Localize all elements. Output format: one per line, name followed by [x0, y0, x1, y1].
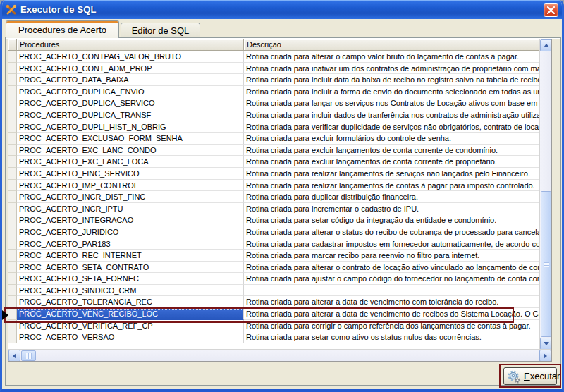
- procedure-description-cell[interactable]: Rotina criada para lançar os serviços no…: [244, 97, 539, 109]
- row-indicator-cell: [8, 262, 17, 274]
- procedure-name-cell[interactable]: PROC_ACERTO_JURIDICO: [17, 226, 244, 238]
- procedure-name-cell[interactable]: PROC_ACERTO_VERIFICA_REF_CP: [17, 320, 244, 332]
- procedure-name-cell[interactable]: PROC_ACERTO_DUPLICA_TRANSF: [17, 109, 244, 121]
- table-row[interactable]: PROC_ACERTO_PAR183Rotina criada para cad…: [8, 238, 539, 250]
- procedure-description-cell[interactable]: Rotina criada para excluir formulários d…: [244, 133, 539, 145]
- horizontal-scrollbar[interactable]: [8, 349, 551, 361]
- grid-body: PROC_ACERTO_CONTPAG_VALOR_BRUTORotina cr…: [8, 51, 539, 343]
- table-row[interactable]: PROC_ACERTO_CONT_ADM_PROPRotina criada p…: [8, 63, 539, 75]
- procedure-name-cell[interactable]: PROC_ACERTO_FINC_SERVICO: [17, 168, 244, 180]
- procedure-name-cell[interactable]: PROC_ACERTO_REC_INTERNET: [17, 250, 244, 262]
- procedure-name-cell[interactable]: PROC_ACERTO_INTEGRACAO: [17, 214, 244, 226]
- scroll-right-button[interactable]: [539, 350, 551, 362]
- table-row[interactable]: PROC_ACERTO_DUPLICA_ENVIORotina criada p…: [8, 86, 539, 98]
- row-indicator-cell: [8, 203, 17, 215]
- procedure-description-cell[interactable]: Rotina criada para incluir data da baixa…: [244, 74, 539, 86]
- procedure-name-cell[interactable]: PROC_ACERTO_DUPLICA_SERVICO: [17, 97, 244, 109]
- procedure-name-cell[interactable]: PROC_ACERTO_EXC_LANC_CONDO: [17, 145, 244, 157]
- procedure-name-cell[interactable]: PROC_ACERTO_CONT_ADM_PROP: [17, 63, 244, 75]
- procedure-description-cell[interactable]: Rotina criada para setar código da integ…: [244, 214, 539, 226]
- procedure-description-cell[interactable]: Rotina criada para incluir a forma de en…: [244, 86, 539, 98]
- procedure-description-cell[interactable]: Rotina criada para verificar duplicidade…: [244, 121, 539, 133]
- row-indicator-cell: [8, 145, 17, 157]
- procedure-name-cell[interactable]: PROC_ACERTO_VENC_RECIBO_LOC: [17, 308, 244, 320]
- table-row[interactable]: PROC_ACERTO_SINDICO_CRM: [8, 285, 539, 297]
- procedure-description-cell[interactable]: Rotina criada para excluir lançamentos d…: [244, 145, 539, 157]
- procedure-name-cell[interactable]: PROC_ACERTO_EXC_LANC_LOCA: [17, 156, 244, 168]
- procedure-description-cell[interactable]: Rotina criada para excluir lançamentos d…: [244, 156, 539, 168]
- table-row[interactable]: PROC_ACERTO_DUPLI_HIST_N_OBRIGRotina cri…: [8, 121, 539, 133]
- procedure-description-cell[interactable]: Rotina criada para duplicar distribuição…: [244, 191, 539, 203]
- table-row[interactable]: PROC_ACERTO_EXC_LANC_CONDORotina criada …: [8, 145, 539, 157]
- table-row[interactable]: PROC_ACERTO_JURIDICORotina criada para a…: [8, 226, 539, 238]
- table-row[interactable]: PROC_ACERTO_VERSAORotina criada para set…: [8, 331, 539, 343]
- scroll-up-button[interactable]: [540, 39, 552, 51]
- procedure-name-cell[interactable]: PROC_ACERTO_SETA_CONTRATO: [17, 262, 244, 274]
- table-row[interactable]: PROC_ACERTO_INCR_IPTURotina criada para …: [8, 203, 539, 215]
- executar-button[interactable]: Executar: [503, 367, 557, 385]
- scroll-left-button[interactable]: [8, 350, 20, 362]
- procedure-description-cell[interactable]: Rotina criada para incluir dados de tran…: [244, 109, 539, 121]
- procedure-description-cell[interactable]: Rotina criada para ajustar o campo códig…: [244, 273, 539, 285]
- table-row[interactable]: PROC_ACERTO_VENC_RECIBO_LOCRotina criada…: [8, 308, 539, 320]
- procedure-name-cell[interactable]: PROC_ACERTO_TOLERANCIA_REC: [17, 296, 244, 308]
- table-row[interactable]: PROC_ACERTO_FINC_SERVICORotina criada pa…: [8, 168, 539, 180]
- procedure-description-cell[interactable]: Rotina criada para inativar um dos contr…: [244, 63, 539, 75]
- table-row[interactable]: PROC_ACERTO_CONTPAG_VALOR_BRUTORotina cr…: [8, 51, 539, 63]
- procedure-description-cell[interactable]: Rotina criada para realizar lançamentos …: [244, 180, 539, 192]
- table-row[interactable]: PROC_ACERTO_SETA_CONTRATORotina criada p…: [8, 262, 539, 274]
- procedure-name-cell[interactable]: PROC_ACERTO_CONTPAG_VALOR_BRUTO: [17, 51, 244, 63]
- row-indicator-cell: [8, 168, 17, 180]
- close-button[interactable]: [544, 3, 558, 17]
- procedure-name-cell[interactable]: PROC_ACERTO_PAR183: [17, 238, 244, 250]
- table-row[interactable]: PROC_ACERTO_INCR_DIST_FINCRotina criada …: [8, 191, 539, 203]
- table-row[interactable]: PROC_ACERTO_EXC_LANC_LOCARotina criada p…: [8, 156, 539, 168]
- procedure-name-cell[interactable]: PROC_ACERTO_SETA_FORNEC: [17, 273, 244, 285]
- table-row[interactable]: PROC_ACERTO_INTEGRACAORotina criada para…: [8, 214, 539, 226]
- column-header-descricao[interactable]: Descrição: [244, 39, 539, 51]
- table-row[interactable]: PROC_ACERTO_DUPLICA_SERVICORotina criada…: [8, 97, 539, 109]
- procedure-description-cell[interactable]: [244, 285, 539, 297]
- vertical-scrollbar-thumb[interactable]: [541, 191, 551, 337]
- procedure-description-cell[interactable]: Rotina criada para setar como ativo os s…: [244, 331, 539, 343]
- procedure-description-cell[interactable]: Rotina criada para corrigir o campo refe…: [244, 320, 539, 332]
- procedure-name-cell[interactable]: PROC_ACERTO_DUPLICA_ENVIO: [17, 86, 244, 98]
- procedure-description-cell[interactable]: Rotina criada para realizar lançamentos …: [244, 168, 539, 180]
- table-row[interactable]: PROC_ACERTO_REC_INTERNETRotina criada pa…: [8, 250, 539, 262]
- procedure-description-cell[interactable]: Rotina criada para alterar o contrato de…: [244, 262, 539, 274]
- row-indicator-cell: [8, 121, 17, 133]
- table-row[interactable]: PROC_ACERTO_EXCLUSAO_FORM_SENHARotina cr…: [8, 133, 539, 145]
- table-row[interactable]: PROC_ACERTO_DATA_BAIXARotina criada para…: [8, 74, 539, 86]
- horizontal-scrollbar-thumb[interactable]: [21, 350, 36, 361]
- procedure-name-cell[interactable]: PROC_ACERTO_INCR_DIST_FINC: [17, 191, 244, 203]
- procedure-name-cell[interactable]: PROC_ACERTO_DUPLI_HIST_N_OBRIG: [17, 121, 244, 133]
- procedure-description-cell[interactable]: Rotina criada para alterar o campo valor…: [244, 51, 539, 63]
- table-row[interactable]: PROC_ACERTO_IMP_CONTROLRotina criada par…: [8, 180, 539, 192]
- table-row[interactable]: PROC_ACERTO_DUPLICA_TRANSFRotina criada …: [8, 109, 539, 121]
- procedure-name-cell[interactable]: PROC_ACERTO_DATA_BAIXA: [17, 74, 244, 86]
- procedure-description-cell[interactable]: Rotina criada para incrementar o cadastr…: [244, 203, 539, 215]
- procedure-name-cell[interactable]: PROC_ACERTO_VERSAO: [17, 331, 244, 343]
- procedure-name-cell[interactable]: PROC_ACERTO_IMP_CONTROL: [17, 180, 244, 192]
- close-icon: [547, 6, 555, 14]
- procedure-description-cell[interactable]: Rotina criada para alterar o status do r…: [244, 226, 539, 238]
- table-row[interactable]: PROC_ACERTO_SETA_FORNECRotina criada par…: [8, 273, 539, 285]
- tab-procedures-de-acerto[interactable]: Procedures de Acerto: [6, 20, 119, 38]
- row-indicator-cell: [8, 51, 17, 63]
- tab-editor-de-sql[interactable]: Editor de SQL: [121, 23, 200, 38]
- table-row[interactable]: PROC_ACERTO_VERIFICA_REF_CPRotina criada…: [8, 320, 539, 332]
- scroll-down-button[interactable]: [540, 338, 552, 350]
- procedure-description-cell[interactable]: Rotina criada para alterar a data de ven…: [244, 296, 539, 308]
- procedure-name-cell[interactable]: PROC_ACERTO_EXCLUSAO_FORM_SENHA: [17, 133, 244, 145]
- procedure-description-cell[interactable]: Rotina criada para cadastrar impostos em…: [244, 238, 539, 250]
- vertical-scrollbar[interactable]: [539, 39, 551, 350]
- row-indicator-cell: [8, 97, 17, 109]
- table-row[interactable]: PROC_ACERTO_TOLERANCIA_RECRotina criada …: [8, 296, 539, 308]
- column-header-procedures[interactable]: Procedures: [17, 39, 244, 51]
- row-indicator-cell: [8, 238, 17, 250]
- procedure-description-cell[interactable]: Rotina criada para alterar a data de ven…: [244, 308, 539, 320]
- procedure-name-cell[interactable]: PROC_ACERTO_SINDICO_CRM: [17, 285, 244, 297]
- procedure-description-cell[interactable]: Rotina criada para marcar recibo para re…: [244, 250, 539, 262]
- title-bar[interactable]: Executor de SQL: [0, 0, 564, 19]
- procedure-name-cell[interactable]: PROC_ACERTO_INCR_IPTU: [17, 203, 244, 215]
